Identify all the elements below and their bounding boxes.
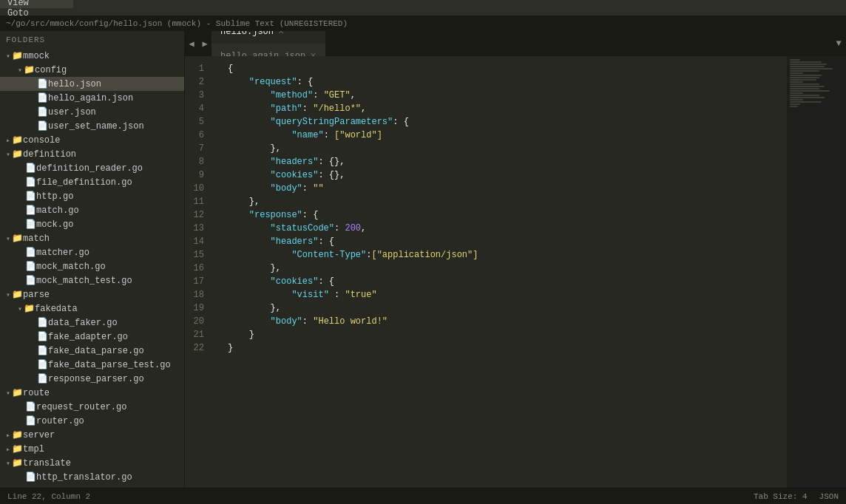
code-line-3[interactable]: "method": "GET", <box>222 89 787 102</box>
tree-item-config[interactable]: ▾ 📁 config <box>0 63 184 77</box>
tree-item-mock_match_test.go[interactable]: 📄 mock_match_test.go <box>0 273 184 287</box>
tab-close-button[interactable]: × <box>278 31 284 37</box>
minimap-line-2 <box>790 61 822 63</box>
tree-item-label: mock.go <box>36 219 73 230</box>
tree-item-definition[interactable]: ▾ 📁 definition <box>0 147 184 161</box>
folder-icon: 📁 <box>12 443 23 454</box>
tree-item-label: user_set_name.json <box>48 121 144 132</box>
tree-arrow: ▾ <box>6 389 10 398</box>
tree-item-label: file_definition.go <box>36 177 132 188</box>
file-icon: 📄 <box>25 247 36 258</box>
tree-arrow: ▾ <box>6 459 10 468</box>
code-line-21[interactable]: } <box>222 328 787 341</box>
tree-item-response_parser.go[interactable]: 📄 response_parser.go <box>0 372 184 386</box>
folder-icon: 📁 <box>12 387 23 398</box>
folder-icon: 📁 <box>24 303 35 314</box>
tree-item-label: hello_again.json <box>48 93 133 103</box>
code-line-2[interactable]: "request": { <box>222 75 787 89</box>
sidebar[interactable]: FOLDERS ▾ 📁 mmock ▾ 📁 config 📄 hello.jso… <box>0 31 185 488</box>
code-line-20[interactable]: "body": "Hello world!" <box>222 315 787 328</box>
line-number-21: 21 <box>185 328 210 341</box>
code-line-9[interactable]: "cookies": {}, <box>222 168 787 182</box>
tree-item-router.go[interactable]: 📄 router.go <box>0 414 184 428</box>
tree-item-fake_adapter.go[interactable]: 📄 fake_adapter.go <box>0 330 184 344</box>
tree-item-translate[interactable]: ▾ 📁 translate <box>0 456 184 470</box>
code-line-4[interactable]: "path": "/hello*", <box>222 102 787 115</box>
file-icon: 📄 <box>25 471 36 483</box>
code-line-13[interactable]: "statusCode": 200, <box>222 222 787 235</box>
file-icon: 📄 <box>37 331 48 342</box>
tree-item-label: tmpl <box>23 444 44 454</box>
code-line-7[interactable]: }, <box>222 142 787 155</box>
minimap-line-10 <box>790 79 816 81</box>
tab-next-button[interactable]: ▶ <box>198 31 212 56</box>
tree-item-fake_data_parse.go[interactable]: 📄 fake_data_parse.go <box>0 344 184 358</box>
code-line-10[interactable]: "body": "" <box>222 182 787 195</box>
minimap-line-14 <box>790 88 819 89</box>
tree-item-match.go[interactable]: 📄 match.go <box>0 203 184 217</box>
tree-item-label: request_router.go <box>36 402 126 412</box>
tree-item-route[interactable]: ▾ 📁 route <box>0 386 184 400</box>
code-editor[interactable]: 12345678910111213141516171819202122 { "r… <box>185 56 846 488</box>
status-bar: Line 22, Column 2 Tab Size: 4 JSON <box>0 488 846 504</box>
tree-item-mock_match.go[interactable]: 📄 mock_match.go <box>0 259 184 273</box>
tree-item-hello.json[interactable]: 📄 hello.json <box>0 77 184 91</box>
tree-item-request_router.go[interactable]: 📄 request_router.go <box>0 400 184 414</box>
tree-item-label: fake_data_parse_test.go <box>48 360 171 370</box>
code-line-19[interactable]: }, <box>222 302 787 315</box>
tree-item-server[interactable]: ▸ 📁 server <box>0 428 184 442</box>
folder-icon: 📁 <box>12 429 23 440</box>
menu-item-view[interactable]: View <box>0 0 73 8</box>
folder-icon: 📁 <box>12 289 23 300</box>
tree-item-user_set_name.json[interactable]: 📄 user_set_name.json <box>0 119 184 133</box>
tree-arrow: ▸ <box>6 445 10 454</box>
code-line-22[interactable]: } <box>222 341 787 355</box>
tree-item-parse[interactable]: ▾ 📁 parse <box>0 287 184 302</box>
code-line-1[interactable]: { <box>222 62 787 75</box>
line-number-11: 11 <box>185 195 210 208</box>
tree-item-definition_reader.go[interactable]: 📄 definition_reader.go <box>0 161 184 175</box>
tree-item-label: route <box>23 388 50 398</box>
tree-item-console[interactable]: ▸ 📁 console <box>0 133 184 147</box>
tree-item-mmock[interactable]: ▾ 📁 mmock <box>0 49 184 63</box>
tree-item-hello_again.json[interactable]: 📄 hello_again.json <box>0 91 184 105</box>
code-line-17[interactable]: "cookies": { <box>222 275 787 288</box>
tree-item-matcher.go[interactable]: 📄 matcher.go <box>0 245 184 259</box>
minimap-line-11 <box>790 81 803 83</box>
tree-item-fakedata[interactable]: ▾ 📁 fakedata <box>0 302 184 316</box>
file-json-icon: 📄 <box>37 92 48 103</box>
file-icon: 📄 <box>37 345 48 356</box>
minimap-line-9 <box>790 77 819 78</box>
code-line-5[interactable]: "queryStringParameters": { <box>222 115 787 129</box>
file-icon: 📄 <box>25 261 36 272</box>
tree-item-fake_data_parse_test.go[interactable]: 📄 fake_data_parse_test.go <box>0 358 184 372</box>
code-line-15[interactable]: "Content-Type":["application/json"] <box>222 248 787 262</box>
code-line-8[interactable]: "headers": {}, <box>222 155 787 168</box>
file-json-icon: 📄 <box>37 120 48 132</box>
code-line-16[interactable]: }, <box>222 262 787 275</box>
code-line-12[interactable]: "response": { <box>222 208 787 222</box>
tree-arrow: ▸ <box>6 136 10 145</box>
file-icon: 📄 <box>25 275 36 286</box>
folder-icon: 📁 <box>12 134 23 146</box>
tree-item-http.go[interactable]: 📄 http.go <box>0 189 184 203</box>
tree-item-file_definition.go[interactable]: 📄 file_definition.go <box>0 175 184 189</box>
tree-item-match[interactable]: ▾ 📁 match <box>0 231 184 245</box>
code-line-11[interactable]: }, <box>222 195 787 208</box>
tabs-dropdown-button[interactable]: ▼ <box>831 31 846 56</box>
code-line-18[interactable]: "visit" : "true" <box>222 288 787 302</box>
tree-item-user.json[interactable]: 📄 user.json <box>0 105 184 119</box>
sidebar-header: FOLDERS <box>0 31 184 49</box>
code-line-6[interactable]: "name": ["world"] <box>222 129 787 142</box>
tree-item-http_translator.go[interactable]: 📄 http_translator.go <box>0 470 184 484</box>
code-content[interactable]: { "request": { "method": "GET", "path": … <box>222 56 787 488</box>
tree-item-tmpl[interactable]: ▸ 📁 tmpl <box>0 442 184 456</box>
tree-item-data_faker.go[interactable]: 📄 data_faker.go <box>0 316 184 330</box>
tree-item-mock.go[interactable]: 📄 mock.go <box>0 217 184 231</box>
code-line-14[interactable]: "headers": { <box>222 235 787 248</box>
tabs-bar: ◀ ▶ hello.json × hello_again.json × ▼ <box>185 31 846 56</box>
tab-hello.json[interactable]: hello.json × <box>212 31 326 44</box>
tree-item-label: parse <box>23 290 50 300</box>
minimap-line-21 <box>790 103 800 105</box>
tab-prev-button[interactable]: ◀ <box>185 31 198 56</box>
